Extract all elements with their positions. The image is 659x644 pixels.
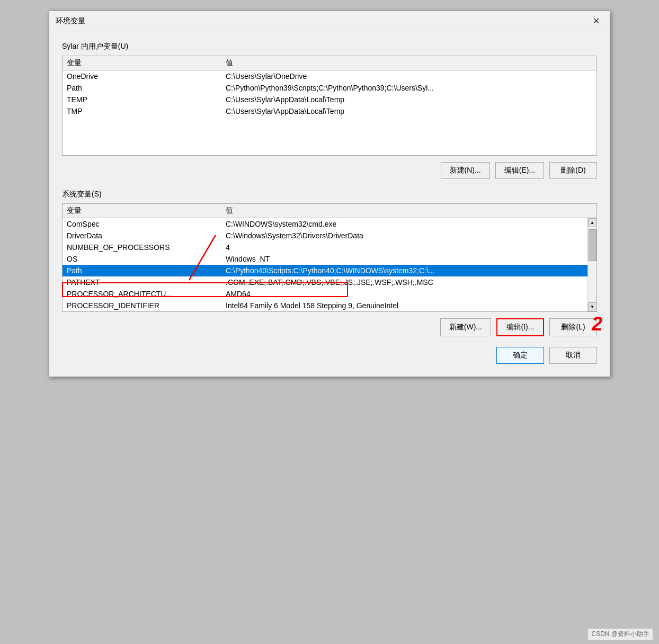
row-name: TEMP	[67, 95, 226, 104]
row-value: C:\Users\Sylar\AppData\Local\Temp	[226, 95, 592, 104]
row-value: C:\Users\Sylar\AppData\Local\Temp	[226, 107, 592, 115]
row-value: Windows_NT	[226, 255, 583, 263]
user-buttons-row: 新建(N)... 编辑(E)... 删除(D)	[62, 162, 597, 179]
scroll-thumb[interactable]	[589, 229, 596, 261]
row-value: .COM;.EXE;.BAT;.CMD;.VBS;.VBE;.JS;.JSE;.…	[226, 278, 583, 287]
user-edit-button[interactable]: 编辑(E)...	[495, 162, 544, 179]
title-bar: 环境变量 ✕	[49, 11, 610, 31]
table-row[interactable]: TMP C:\Users\Sylar\AppData\Local\Temp	[63, 105, 596, 117]
window-title: 环境变量	[56, 16, 85, 26]
table-row-path-selected[interactable]: Path C:\Python40\Scripts;C:\Python40;C:\…	[63, 265, 587, 276]
footer-buttons: 确定 取消	[62, 347, 597, 364]
row-name: PROCESSOR_IDENTIFIER	[67, 301, 226, 310]
table-row[interactable]: PROCESSOR_ARCHITECTU... AMD64	[63, 288, 587, 300]
sys-table-outer: 变量 值 ComSpec C:\WINDOWS\system32\cmd.exe…	[62, 203, 597, 312]
sys-edit-button[interactable]: 编辑(I)...	[496, 318, 544, 336]
user-table-body: OneDrive C:\Users\Sylar\OneDrive Path C:…	[63, 70, 596, 155]
user-header-name: 变量	[67, 58, 226, 68]
table-row[interactable]: OS Windows_NT	[63, 253, 587, 265]
watermark: CSDN @资料小助手	[588, 629, 653, 640]
row-name: OS	[67, 255, 226, 263]
scroll-up-button[interactable]: ▲	[588, 218, 597, 227]
sys-buttons-row: 新建(W)... 编辑(I)... 删除(L) 2	[62, 318, 597, 336]
row-value: C:\WINDOWS\system32\cmd.exe	[226, 220, 583, 228]
row-name: DriverData	[67, 231, 226, 240]
row-name: PROCESSOR_ARCHITECTU...	[67, 290, 226, 298]
user-variables-table: 变量 值 OneDrive C:\Users\Sylar\OneDrive Pa…	[62, 56, 597, 156]
table-row[interactable]: Path C:\Python\Python39\Scripts;C:\Pytho…	[63, 82, 596, 94]
sys-new-button[interactable]: 新建(W)...	[440, 318, 491, 336]
row-name: Path	[67, 266, 226, 275]
cancel-button[interactable]: 取消	[549, 347, 597, 364]
sys-header-name: 变量	[67, 206, 226, 216]
table-row[interactable]: ComSpec C:\WINDOWS\system32\cmd.exe	[63, 218, 587, 230]
row-value: C:\Python40\Scripts;C:\Python40;C:\WINDO…	[226, 266, 583, 275]
user-delete-button[interactable]: 删除(D)	[549, 162, 597, 179]
row-value: C:\Python\Python39\Scripts;C:\Python\Pyt…	[226, 84, 592, 92]
row-value: 4	[226, 243, 583, 252]
user-table-header: 变量 值	[63, 56, 596, 70]
row-value: Intel64 Family 6 Model 158 Stepping 9, G…	[226, 301, 583, 310]
ok-button[interactable]: 确定	[496, 347, 544, 364]
table-row[interactable]: PROCESSOR_IDENTIFIER Intel64 Family 6 Mo…	[63, 300, 587, 311]
row-name: NUMBER_OF_PROCESSORS	[67, 243, 226, 252]
table-row[interactable]: DriverData C:\Windows\System32\Drivers\D…	[63, 230, 587, 241]
scroll-down-button[interactable]: ▼	[588, 302, 597, 311]
sys-delete-button[interactable]: 删除(L)	[549, 318, 597, 336]
scrollbar[interactable]: ▲ ▼	[587, 218, 596, 311]
table-row[interactable]: TEMP C:\Users\Sylar\AppData\Local\Temp	[63, 94, 596, 105]
user-section-label: Sylar 的用户变量(U)	[62, 42, 597, 51]
environment-variables-dialog: 环境变量 ✕ Sylar 的用户变量(U) 变量 值 OneDrive C:\U…	[49, 11, 610, 377]
user-new-button[interactable]: 新建(N)...	[441, 162, 490, 179]
sys-table-body: ComSpec C:\WINDOWS\system32\cmd.exe Driv…	[63, 218, 587, 311]
row-name: PATHEXT	[67, 278, 226, 287]
user-header-value: 值	[226, 58, 592, 68]
row-name: ComSpec	[67, 220, 226, 228]
sys-table-header: 变量 值	[63, 204, 596, 218]
table-row[interactable]: NUMBER_OF_PROCESSORS 4	[63, 241, 587, 253]
row-value: C:\Users\Sylar\OneDrive	[226, 72, 592, 80]
sys-section-label: 系统变量(S)	[62, 190, 597, 199]
table-row[interactable]: PATHEXT .COM;.EXE;.BAT;.CMD;.VBS;.VBE;.J…	[63, 276, 587, 288]
row-value: AMD64	[226, 290, 583, 298]
row-name: OneDrive	[67, 72, 226, 80]
row-name: Path	[67, 84, 226, 92]
row-value: C:\Windows\System32\Drivers\DriverData	[226, 231, 583, 240]
row-name: TMP	[67, 107, 226, 115]
table-row[interactable]: OneDrive C:\Users\Sylar\OneDrive	[63, 70, 596, 82]
close-button[interactable]: ✕	[589, 14, 603, 29]
window-content: Sylar 的用户变量(U) 变量 值 OneDrive C:\Users\Sy…	[49, 31, 610, 377]
sys-header-value: 值	[226, 206, 583, 216]
sys-variables-table: 变量 值 ComSpec C:\WINDOWS\system32\cmd.exe…	[62, 203, 597, 312]
